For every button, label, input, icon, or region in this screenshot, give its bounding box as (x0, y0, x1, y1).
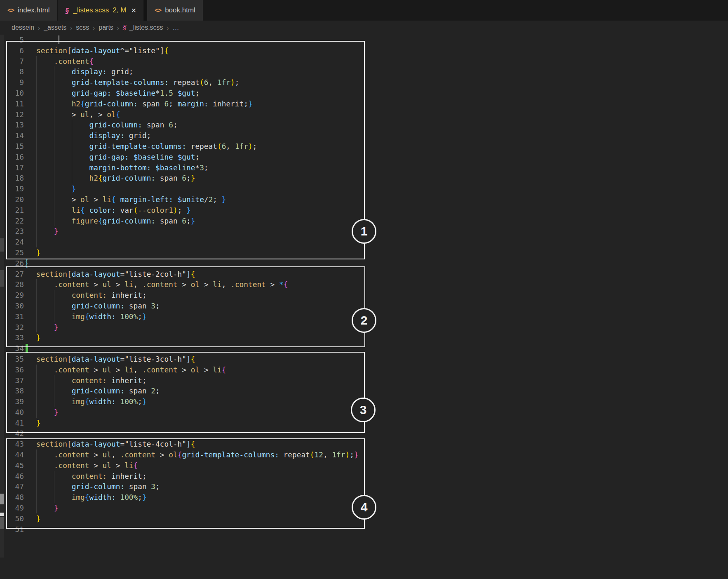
breadcrumb-file[interactable]: _listes.scss (129, 24, 163, 31)
code-line-37[interactable]: 37 content: inherit; (0, 375, 728, 386)
token: li (103, 195, 111, 204)
code-line-29[interactable]: 29 content: inherit; (0, 290, 728, 301)
token: .content (142, 280, 178, 289)
code-line-44[interactable]: 44 .content > ul, .content > ol{grid-tem… (0, 450, 728, 460)
code-line-19[interactable]: 19 } (0, 184, 728, 194)
code-text: content: inherit; (36, 290, 147, 301)
token: , (323, 450, 332, 459)
breadcrumb-item-scss[interactable]: scss (76, 24, 89, 31)
token: ^= (120, 46, 129, 55)
code-line-34[interactable]: 34 (0, 343, 728, 354)
code-line-7[interactable]: 7 .content{ (0, 56, 728, 67)
token: } (72, 184, 76, 193)
code-line-51[interactable]: 51 (0, 524, 728, 535)
token: span (124, 482, 151, 491)
token: 6 (169, 120, 173, 129)
code-line-26[interactable]: 26 (0, 258, 728, 269)
indent (36, 142, 89, 151)
token: inherit; (107, 472, 146, 480)
token: 6 (204, 78, 209, 87)
line-number: 28 (0, 279, 24, 290)
close-icon[interactable]: × (131, 6, 136, 14)
token: { (98, 217, 103, 225)
token: display: (72, 67, 107, 76)
token: data-layout (72, 270, 120, 278)
token: } (54, 504, 59, 512)
code-line-14[interactable]: 14 display: grid; (0, 130, 728, 141)
code-line-25[interactable]: 25} (0, 247, 728, 258)
code-text: > ol > li{ margin-left: $unite/2; } (36, 194, 226, 205)
token: --color1 (138, 206, 173, 214)
tab-index.html[interactable]: <>index.html (0, 0, 58, 21)
line-number: 45 (0, 460, 24, 471)
code-line-11[interactable]: 11 h2{grid-column: span 6; margin: inher… (0, 99, 728, 109)
token: > (266, 280, 279, 289)
token: [ (67, 46, 72, 55)
code-text: } (36, 226, 59, 237)
code-text: grid-column: span 3; (36, 301, 160, 311)
token (116, 493, 120, 501)
code-line-16[interactable]: 16 grid-gap: $baseline $gut; (0, 152, 728, 162)
token: ; (350, 450, 354, 459)
token: li (124, 280, 133, 289)
tab-_listes.scss[interactable]: §_listes.scss2, M× (58, 0, 144, 21)
token: span (142, 120, 169, 129)
code-text: img{width: 100%;} (36, 492, 147, 503)
code-line-27[interactable]: 27section[data-layout="liste-2col-h"]{ (0, 269, 728, 280)
code-area[interactable]: 56section[data-layout^="liste"]{7 .conte… (0, 35, 728, 534)
code-line-36[interactable]: 36 .content > ul > li, .content > ol > l… (0, 365, 728, 375)
code-line-13[interactable]: 13 grid-column: span 6; (0, 120, 728, 130)
line-number: 51 (0, 524, 24, 535)
token: li (72, 206, 80, 214)
code-text: grid-template-columns: repeat(6, 1fr); (36, 141, 257, 152)
annotation-number: 1 (361, 224, 368, 238)
token: span (124, 386, 151, 395)
indent (36, 504, 54, 512)
code-line-38[interactable]: 38 grid-column: span 2; (0, 386, 728, 396)
code-line-12[interactable]: 12 > ul, > ol{ (0, 109, 728, 120)
line-number: 13 (0, 120, 24, 130)
token: ul (80, 110, 89, 119)
line-number: 32 (0, 322, 24, 333)
code-line-47[interactable]: 47 grid-column: span 3; (0, 481, 728, 492)
indent (36, 291, 72, 299)
breadcrumb-more[interactable]: … (173, 24, 179, 31)
token: ( (134, 206, 138, 214)
code-line-17[interactable]: 17 margin-bottom: $baseline*3; (0, 162, 728, 173)
code-line-9[interactable]: 9 grid-template-columns: repeat(6, 1fr); (0, 77, 728, 88)
code-line-42[interactable]: 42 (0, 428, 728, 439)
code-line-33[interactable]: 33} (0, 332, 728, 343)
code-line-18[interactable]: 18 h2{grid-column: span 6;} (0, 173, 728, 184)
token: .content (120, 450, 155, 459)
token: ; (204, 163, 209, 172)
line-number: 8 (0, 66, 24, 77)
code-line-28[interactable]: 28 .content > ul > li, .content > ol > l… (0, 279, 728, 290)
tab-book.html[interactable]: <>book.html (147, 0, 203, 21)
token: ol (191, 365, 200, 374)
token: / (204, 195, 209, 204)
token (173, 153, 178, 161)
indent (36, 450, 54, 459)
line-number: 42 (0, 428, 24, 439)
line-number: 14 (0, 130, 24, 141)
breadcrumb-item-parts[interactable]: parts (99, 24, 113, 31)
breadcrumb-item-_assets[interactable]: _assets (44, 24, 66, 31)
code-line-20[interactable]: 20 > ol > li{ margin-left: $unite/2; } (0, 194, 728, 205)
token: , (111, 450, 120, 459)
code-line-8[interactable]: 8 display: grid; (0, 66, 728, 77)
code-line-15[interactable]: 15 grid-template-columns: repeat(6, 1fr)… (0, 141, 728, 152)
code-line-46[interactable]: 46 content: inherit; (0, 471, 728, 482)
code-line-45[interactable]: 45 .content > ul > li{ (0, 460, 728, 471)
breadcrumb-item-dessein[interactable]: dessein (12, 24, 34, 31)
code-text: grid-template-columns: repeat(6, 1fr); (36, 77, 240, 88)
line-number: 38 (0, 386, 24, 396)
line-number: 31 (0, 311, 24, 322)
code-line-21[interactable]: 21 li{ color: var(--color1); } (0, 205, 728, 216)
code-line-35[interactable]: 35section[data-layout="liste-3col-h"]{ (0, 354, 728, 365)
code-line-6[interactable]: 6section[data-layout^="liste"]{ (0, 45, 728, 56)
code-line-10[interactable]: 10 grid-gap: $baseline*1.5 $gut; (0, 88, 728, 99)
code-line-5[interactable]: 5 (0, 35, 728, 45)
token: } (36, 248, 41, 257)
code-line-43[interactable]: 43section[data-layout="liste-4col-h"]{ (0, 439, 728, 450)
token: > (89, 450, 102, 459)
